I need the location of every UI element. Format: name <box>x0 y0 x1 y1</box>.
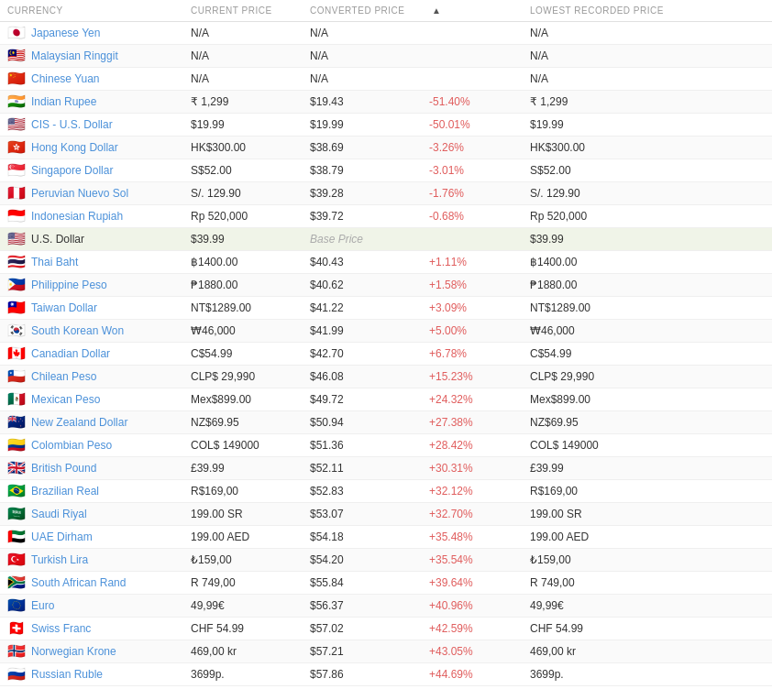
price-diff: +32.12% <box>422 480 523 503</box>
table-row: 🇷🇺 Russian Ruble 3699p. $57.86 +44.69% 3… <box>0 663 772 686</box>
current-price: S$52.00 <box>183 159 303 182</box>
currency-name[interactable]: Peruvian Nuevo Sol <box>31 187 128 200</box>
currency-cell: 🇺🇸 CIS - U.S. Dollar <box>0 114 183 137</box>
currency-name[interactable]: Indonesian Rupiah <box>31 210 123 223</box>
lowest-price: ฿1400.00 <box>523 251 772 274</box>
col-header-current-price[interactable]: Current Price <box>183 0 303 22</box>
current-price: R 749,00 <box>183 572 303 595</box>
flag-icon: 🇲🇾 <box>7 49 26 62</box>
currency-name[interactable]: CIS - U.S. Dollar <box>31 118 113 131</box>
currency-name[interactable]: Mexican Peso <box>31 393 100 406</box>
currency-name[interactable]: New Zealand Dollar <box>31 416 127 429</box>
converted-price: $46.08 <box>303 366 422 388</box>
table-row: 🇮🇳 Indian Rupee ₹ 1,299 $19.43 -51.40% ₹… <box>0 91 772 114</box>
currency-name[interactable]: Saudi Riyal <box>31 508 87 520</box>
currency-name[interactable]: Norwegian Krone <box>31 645 116 658</box>
currency-name[interactable]: Russian Ruble <box>31 668 103 681</box>
col-header-lowest-price[interactable]: Lowest Recorded Price <box>523 0 772 22</box>
currency-cell: 🇮🇩 Indonesian Rupiah <box>0 205 183 228</box>
converted-price: $41.22 <box>303 297 422 320</box>
lowest-price: S$52.00 <box>523 159 772 182</box>
currency-cell: 🇺🇸 U.S. Dollar <box>0 228 183 251</box>
price-diff: -50.01% <box>422 114 523 137</box>
table-row: 🇿🇦 South African Rand R 749,00 $55.84 +3… <box>0 572 772 595</box>
current-price: CHF 54.99 <box>183 618 303 640</box>
current-price: C$54.99 <box>183 343 303 366</box>
currency-name[interactable]: Indian Rupee <box>31 95 96 108</box>
lowest-price: R$169,00 <box>523 480 772 503</box>
currency-name[interactable]: Canadian Dollar <box>31 347 110 360</box>
currency-name[interactable]: Brazilian Real <box>31 485 99 498</box>
lowest-price: $39.99 <box>523 228 772 251</box>
current-price: 49,99€ <box>183 595 303 618</box>
currency-name[interactable]: U.S. Dollar <box>31 233 84 246</box>
lowest-price: R 749,00 <box>523 572 772 595</box>
table-row: 🇭🇰 Hong Kong Dollar HK$300.00 $38.69 -3.… <box>0 137 772 159</box>
currency-cell: 🇳🇴 Norwegian Krone <box>0 640 183 663</box>
converted-price: $57.86 <box>303 663 422 686</box>
currency-name[interactable]: South Korean Won <box>31 324 124 337</box>
current-price: N/A <box>183 22 303 45</box>
lowest-price: NT$1289.00 <box>523 297 772 320</box>
table-row: 🇨🇱 Chilean Peso CLP$ 29,990 $46.08 +15.2… <box>0 366 772 388</box>
flag-icon: 🇪🇺 <box>7 599 26 612</box>
flag-icon: 🇭🇰 <box>7 141 26 154</box>
currency-name[interactable]: Philippine Peso <box>31 279 107 291</box>
currency-name[interactable]: Hong Kong Dollar <box>31 141 118 154</box>
price-diff: +30.31% <box>422 457 523 480</box>
lowest-price: ₹ 1,299 <box>523 91 772 114</box>
currency-name[interactable]: Swiss Franc <box>31 622 91 635</box>
currency-name[interactable]: Turkish Lira <box>31 553 88 566</box>
price-diff: +40.96% <box>422 595 523 618</box>
lowest-price: $19.99 <box>523 114 772 137</box>
flag-icon: 🇳🇿 <box>7 416 26 429</box>
col-header-currency[interactable]: Currency <box>0 0 183 22</box>
lowest-price: 3699p. <box>523 663 772 686</box>
converted-price: $19.43 <box>303 91 422 114</box>
currency-name[interactable]: Taiwan Dollar <box>31 301 97 314</box>
lowest-price: N/A <box>523 45 772 68</box>
flag-icon: 🇯🇵 <box>7 27 26 39</box>
currency-name[interactable]: Chilean Peso <box>31 370 96 383</box>
price-diff: +24.32% <box>422 388 523 411</box>
table-row: 🇨🇦 Canadian Dollar C$54.99 $42.70 +6.78%… <box>0 343 772 366</box>
flag-icon: 🇰🇷 <box>7 324 26 337</box>
currency-cell: 🇸🇦 Saudi Riyal <box>0 503 183 526</box>
currency-table: Currency Current Price Converted Price ▲… <box>0 0 772 686</box>
currency-name[interactable]: British Pound <box>31 462 96 475</box>
currency-cell: 🇯🇵 Japanese Yen <box>0 22 183 45</box>
col-header-diff[interactable]: ▲ <box>422 0 523 22</box>
currency-name[interactable]: Thai Baht <box>31 256 78 268</box>
converted-price: $49.72 <box>303 388 422 411</box>
price-diff <box>422 22 523 45</box>
currency-name[interactable]: South African Rand <box>31 576 126 589</box>
flag-icon: 🇮🇳 <box>7 95 26 108</box>
flag-icon: 🇨🇱 <box>7 370 26 383</box>
current-price: 199.00 SR <box>183 503 303 526</box>
flag-icon: 🇸🇬 <box>7 164 26 177</box>
table-row: 🇹🇷 Turkish Lira ₺159,00 $54.20 +35.54% ₺… <box>0 549 772 572</box>
flag-icon: 🇬🇧 <box>7 462 26 475</box>
table-body: 🇯🇵 Japanese Yen N/A N/A N/A 🇲🇾 Malaysian… <box>0 22 772 686</box>
currency-name[interactable]: UAE Dirham <box>31 530 93 543</box>
currency-name[interactable]: Japanese Yen <box>31 27 100 39</box>
current-price: ₺159,00 <box>183 549 303 572</box>
col-header-converted-price[interactable]: Converted Price <box>303 0 422 22</box>
converted-price: $38.69 <box>303 137 422 159</box>
currency-name[interactable]: Chinese Yuan <box>31 72 100 85</box>
currency-cell: 🇹🇭 Thai Baht <box>0 251 183 274</box>
lowest-price: 199.00 AED <box>523 526 772 549</box>
lowest-price: ₩46,000 <box>523 320 772 343</box>
flag-icon: 🇹🇷 <box>7 553 26 566</box>
currency-name[interactable]: Colombian Peso <box>31 439 112 452</box>
price-diff: +32.70% <box>422 503 523 526</box>
flag-icon: 🇳🇴 <box>7 645 26 658</box>
lowest-price: ₺159,00 <box>523 549 772 572</box>
table-row: 🇮🇩 Indonesian Rupiah Rp 520,000 $39.72 -… <box>0 205 772 228</box>
table-row: 🇲🇾 Malaysian Ringgit N/A N/A N/A <box>0 45 772 68</box>
currency-name[interactable]: Euro <box>31 599 54 612</box>
currency-cell: 🇵🇭 Philippine Peso <box>0 274 183 297</box>
currency-name[interactable]: Malaysian Ringgit <box>31 49 118 62</box>
currency-name[interactable]: Singapore Dollar <box>31 164 113 177</box>
table-row: 🇧🇷 Brazilian Real R$169,00 $52.83 +32.12… <box>0 480 772 503</box>
